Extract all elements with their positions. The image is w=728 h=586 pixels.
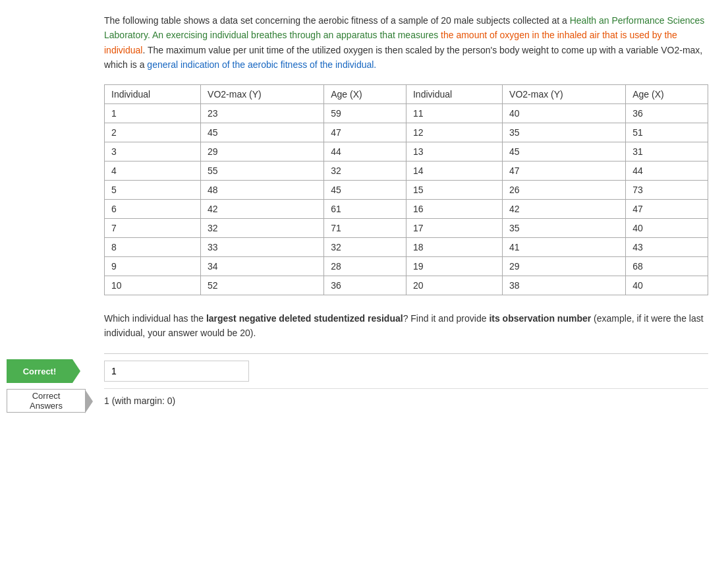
table-header-row: Individual VO2-max (Y) Age (X) Individua… — [105, 84, 708, 103]
table-cell: 6 — [105, 199, 201, 218]
page-container: The following table shows a data set con… — [0, 0, 728, 586]
table-cell: 29 — [503, 256, 626, 276]
table-cell: 44 — [324, 142, 406, 161]
table-cell: 17 — [406, 218, 502, 237]
table-row: 32944134531 — [105, 142, 708, 161]
table-row: 45532144744 — [105, 161, 708, 180]
table-row: 73271173540 — [105, 218, 708, 237]
table-cell: 32 — [324, 161, 406, 180]
table-cell: 33 — [201, 237, 324, 256]
table-row: 105236203840 — [105, 276, 708, 295]
table-cell: 15 — [406, 180, 502, 199]
table-cell: 2 — [105, 123, 201, 142]
col-header-age-1: Age (X) — [324, 84, 406, 103]
intro-text-1: The following table shows a data set con… — [104, 15, 570, 26]
bottom-section: Correct! Correct Answers 1 (with margin:… — [104, 353, 708, 413]
table-body: 1235911403624547123551329441345314553214… — [105, 103, 708, 295]
table-cell: 3 — [105, 142, 201, 161]
correct-badge-label: Correct! — [23, 366, 57, 376]
col-header-vo2-1: VO2-max (Y) — [201, 84, 324, 103]
table-cell: 52 — [201, 276, 324, 295]
table-cell: 13 — [406, 142, 502, 161]
correct-answers-value: 1 (with margin: 0) — [104, 396, 175, 406]
table-cell: 36 — [626, 103, 708, 123]
table-cell: 45 — [324, 180, 406, 199]
table-cell: 26 — [503, 180, 626, 199]
question-text: Which individual has the largest negativ… — [104, 311, 708, 341]
table-cell: 5 — [105, 180, 201, 199]
table-cell: 28 — [324, 256, 406, 276]
table-cell: 43 — [626, 237, 708, 256]
table-cell: 35 — [503, 218, 626, 237]
table-cell: 36 — [324, 276, 406, 295]
table-cell: 10 — [105, 276, 201, 295]
answer-row: Correct! — [104, 354, 708, 389]
table-cell: 7 — [105, 218, 201, 237]
col-header-individual-2: Individual — [406, 84, 502, 103]
table-cell: 45 — [201, 123, 324, 142]
table-cell: 8 — [105, 237, 201, 256]
correct-answers-row: Correct Answers 1 (with margin: 0) — [104, 389, 708, 413]
table-cell: 32 — [201, 218, 324, 237]
main-content: The following table shows a data set con… — [98, 0, 728, 586]
table-cell: 29 — [201, 142, 324, 161]
col-header-age-2: Age (X) — [626, 84, 708, 103]
table-cell: 48 — [201, 180, 324, 199]
col-header-vo2-2: VO2-max (Y) — [503, 84, 626, 103]
table-cell: 40 — [626, 218, 708, 237]
table-cell: 40 — [503, 103, 626, 123]
table-cell: 44 — [626, 161, 708, 180]
correct-answers-badge-label: Correct Answers — [15, 391, 77, 411]
table-cell: 68 — [626, 256, 708, 276]
table-cell: 38 — [503, 276, 626, 295]
table-cell: 42 — [201, 199, 324, 218]
table-cell: 11 — [406, 103, 502, 123]
table-cell: 31 — [626, 142, 708, 161]
table-cell: 4 — [105, 161, 201, 180]
table-cell: 18 — [406, 237, 502, 256]
table-cell: 16 — [406, 199, 502, 218]
table-cell: 23 — [201, 103, 324, 123]
table-cell: 47 — [503, 161, 626, 180]
table-row: 93428192968 — [105, 256, 708, 276]
correct-badge: Correct! — [7, 359, 72, 383]
table-cell: 55 — [201, 161, 324, 180]
table-cell: 19 — [406, 256, 502, 276]
table-cell: 41 — [503, 237, 626, 256]
table-cell: 51 — [626, 123, 708, 142]
table-cell: 34 — [201, 256, 324, 276]
table-cell: 61 — [324, 199, 406, 218]
table-cell: 40 — [626, 276, 708, 295]
intro-paragraph: The following table shows a data set con… — [104, 13, 708, 73]
table-row: 83332184143 — [105, 237, 708, 256]
table-row: 24547123551 — [105, 123, 708, 142]
data-table: Individual VO2-max (Y) Age (X) Individua… — [104, 84, 708, 295]
question-bold-2: its observation number — [489, 313, 591, 324]
table-cell: 12 — [406, 123, 502, 142]
table-row: 12359114036 — [105, 103, 708, 123]
table-row: 54845152673 — [105, 180, 708, 199]
question-text-middle: ? Find it and provide — [403, 313, 490, 324]
correct-answers-badge: Correct Answers — [7, 389, 86, 413]
table-cell: 9 — [105, 256, 201, 276]
table-cell: 1 — [105, 103, 201, 123]
table-cell: 14 — [406, 161, 502, 180]
question-bold-1: largest negative deleted studentized res… — [206, 313, 403, 324]
table-cell: 32 — [324, 237, 406, 256]
question-text-before: Which individual has the — [104, 313, 206, 324]
table-cell: 47 — [324, 123, 406, 142]
col-header-individual-1: Individual — [105, 84, 201, 103]
table-cell: 47 — [626, 199, 708, 218]
table-cell: 71 — [324, 218, 406, 237]
table-cell: 73 — [626, 180, 708, 199]
table-cell: 42 — [503, 199, 626, 218]
table-cell: 20 — [406, 276, 502, 295]
table-row: 64261164247 — [105, 199, 708, 218]
intro-text-highlight-3: general indication of the aerobic fitnes… — [147, 59, 376, 70]
table-cell: 45 — [503, 142, 626, 161]
answer-input[interactable] — [104, 361, 249, 382]
table-cell: 59 — [324, 103, 406, 123]
table-cell: 35 — [503, 123, 626, 142]
